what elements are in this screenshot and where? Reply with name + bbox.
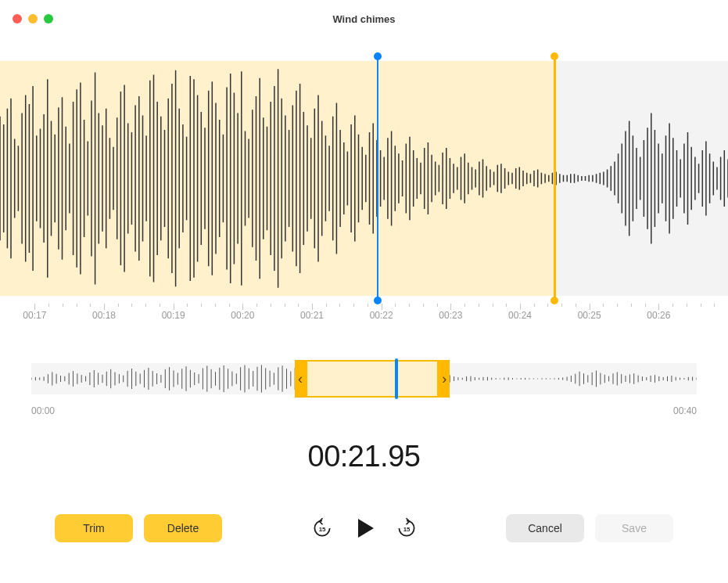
ruler-minor-tick bbox=[617, 304, 618, 307]
skip-back-15-button[interactable]: 15 bbox=[307, 513, 338, 544]
overview-trim-end-handle[interactable]: › bbox=[439, 360, 450, 398]
ruler-minor-tick bbox=[437, 304, 438, 307]
ruler-label: 00:24 bbox=[508, 310, 532, 321]
ruler-minor-tick bbox=[145, 304, 146, 307]
playhead[interactable] bbox=[377, 56, 378, 300]
ruler-tick bbox=[450, 304, 451, 310]
ruler-label: 00:21 bbox=[300, 310, 324, 321]
ruler-minor-tick bbox=[631, 304, 632, 307]
ruler-minor-tick bbox=[423, 304, 424, 307]
ruler-minor-tick bbox=[131, 304, 132, 307]
skip-forward-15-icon: 15 bbox=[396, 517, 418, 539]
ruler-minor-tick bbox=[77, 304, 77, 307]
ruler-minor-tick bbox=[534, 304, 535, 307]
overview-end-time: 00:40 bbox=[673, 405, 697, 416]
ruler-minor-tick bbox=[326, 304, 327, 307]
ruler-minor-tick bbox=[493, 304, 493, 307]
ruler-minor-tick bbox=[118, 304, 119, 307]
ruler-minor-tick bbox=[229, 304, 230, 307]
ruler-minor-tick bbox=[339, 304, 340, 307]
ruler-tick bbox=[242, 304, 243, 310]
skip-back-15-icon: 15 bbox=[311, 517, 333, 539]
ruler-tick bbox=[382, 304, 382, 310]
ruler-minor-tick bbox=[603, 304, 604, 307]
current-timecode: 00:21.95 bbox=[0, 440, 728, 473]
ruler-tick bbox=[658, 304, 659, 310]
ruler-minor-tick bbox=[561, 304, 562, 307]
ruler-minor-tick bbox=[187, 304, 188, 307]
ruler-label: 00:23 bbox=[439, 310, 462, 321]
ruler-minor-tick bbox=[687, 304, 687, 307]
ruler-minor-tick bbox=[645, 304, 646, 307]
ruler-minor-tick bbox=[506, 304, 507, 307]
minimize-window-button[interactable] bbox=[28, 14, 38, 23]
ruler-label: 00:22 bbox=[370, 310, 393, 321]
svg-text:15: 15 bbox=[318, 526, 325, 533]
svg-text:15: 15 bbox=[403, 526, 410, 533]
main-waveform[interactable] bbox=[0, 61, 728, 296]
time-ruler: 00:1700:1800:1900:2000:2100:2200:2300:24… bbox=[0, 300, 728, 332]
controls-row: Trim Delete 15 15 bbox=[0, 513, 728, 544]
ruler-minor-tick bbox=[701, 304, 701, 307]
save-button[interactable]: Save bbox=[595, 514, 673, 542]
ruler-minor-tick bbox=[215, 304, 216, 307]
ruler-label: 00:19 bbox=[162, 310, 185, 321]
ruler-minor-tick bbox=[201, 304, 202, 307]
ruler-label: 00:17 bbox=[23, 310, 46, 321]
ruler-label: 00:20 bbox=[231, 310, 254, 321]
ruler-minor-tick bbox=[368, 304, 368, 307]
play-button[interactable] bbox=[349, 513, 380, 544]
play-icon bbox=[350, 514, 378, 542]
window-controls bbox=[13, 14, 53, 23]
ruler-minor-tick bbox=[298, 304, 299, 307]
ruler-tick bbox=[34, 304, 35, 310]
ruler-label: 00:18 bbox=[92, 310, 116, 321]
ruler-label: 00:26 bbox=[647, 310, 670, 321]
ruler-minor-tick bbox=[256, 304, 257, 307]
ruler-minor-tick bbox=[63, 304, 63, 307]
ruler-minor-tick bbox=[353, 304, 354, 307]
window-title: Wind chimes bbox=[332, 13, 395, 25]
ruler-minor-tick bbox=[479, 304, 479, 307]
cancel-button[interactable]: Cancel bbox=[506, 514, 584, 542]
waveform-visualization bbox=[0, 61, 728, 296]
ruler-minor-tick bbox=[547, 304, 548, 307]
overview-waveform[interactable]: ‹ › bbox=[31, 355, 697, 402]
close-window-button[interactable] bbox=[13, 14, 22, 23]
overview-trim-start-handle[interactable]: ‹ bbox=[295, 360, 306, 398]
ruler-minor-tick bbox=[672, 304, 673, 307]
overview-start-time: 00:00 bbox=[31, 405, 55, 416]
overview-playhead[interactable] bbox=[395, 358, 398, 399]
ruler-minor-tick bbox=[464, 304, 465, 307]
zoom-window-button[interactable] bbox=[44, 14, 53, 23]
ruler-minor-tick bbox=[409, 304, 410, 307]
ruler-minor-tick bbox=[285, 304, 285, 307]
ruler-minor-tick bbox=[576, 304, 576, 307]
ruler-tick bbox=[312, 304, 313, 310]
ruler-minor-tick bbox=[90, 304, 91, 307]
trim-button[interactable]: Trim bbox=[55, 514, 133, 542]
trim-end-handle[interactable] bbox=[554, 56, 556, 300]
ruler-minor-tick bbox=[271, 304, 271, 307]
ruler-tick bbox=[174, 304, 174, 310]
overview-selection-region[interactable] bbox=[306, 360, 439, 398]
ruler-label: 00:25 bbox=[578, 310, 601, 321]
ruler-tick bbox=[104, 304, 105, 310]
ruler-minor-tick bbox=[160, 304, 160, 307]
app-window: Wind chimes 00:1700:1800:1900:2000:2100:… bbox=[0, 0, 728, 583]
titlebar: Wind chimes bbox=[0, 0, 728, 38]
skip-forward-15-button[interactable]: 15 bbox=[391, 513, 422, 544]
ruler-tick bbox=[520, 304, 521, 310]
overview-time-labels: 00:00 00:40 bbox=[31, 405, 697, 416]
delete-button[interactable]: Delete bbox=[144, 514, 222, 542]
ruler-minor-tick bbox=[714, 304, 715, 307]
ruler-minor-tick bbox=[48, 304, 49, 307]
ruler-minor-tick bbox=[395, 304, 396, 307]
ruler-tick bbox=[590, 304, 590, 310]
